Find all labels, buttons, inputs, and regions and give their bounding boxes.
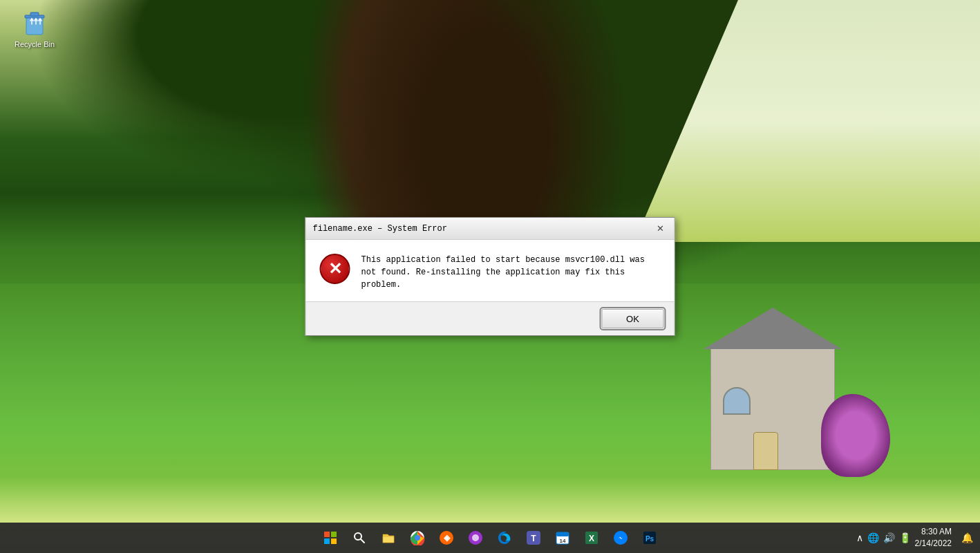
tray-volume[interactable]: 🔊 xyxy=(883,532,895,543)
svg-rect-4 xyxy=(331,532,337,537)
dialog-titlebar: filename.exe – System Error ✕ xyxy=(306,218,675,240)
tray-notification[interactable]: 🔔 xyxy=(961,532,973,543)
taskbar-icon-teams[interactable]: T xyxy=(521,525,546,550)
svg-text:◈: ◈ xyxy=(443,533,451,543)
dialog-close-button[interactable]: ✕ xyxy=(654,222,668,236)
svg-rect-5 xyxy=(324,538,330,544)
error-circle-icon: ✕ xyxy=(320,254,350,284)
dialog-body: ✕ This application failed to start becau… xyxy=(306,240,675,301)
svg-point-16 xyxy=(472,534,479,541)
error-dialog: filename.exe – System Error ✕ ✕ This app… xyxy=(305,217,675,336)
clock-time: 8:30 AM xyxy=(915,526,952,538)
tray-battery[interactable]: 🔋 xyxy=(899,532,911,543)
taskbar-icon-messenger[interactable] xyxy=(608,525,633,550)
house-roof xyxy=(704,308,842,349)
system-tray: ∧ 🌐 🔊 🔋 8:30 AM 2/14/2022 🔔 xyxy=(856,526,973,550)
svg-rect-2 xyxy=(30,12,39,16)
ok-button[interactable]: OK xyxy=(602,309,664,328)
taskbar-icon-file-explorer[interactable] xyxy=(376,525,401,550)
dialog-message: This application failed to start because… xyxy=(361,254,661,291)
taskbar-icon-app5[interactable]: ◈ xyxy=(434,525,459,550)
svg-point-12 xyxy=(415,535,420,541)
error-icon: ✕ xyxy=(320,254,350,284)
svg-rect-3 xyxy=(324,532,330,537)
taskbar-icon-excel[interactable]: X xyxy=(579,525,604,550)
house-window xyxy=(723,387,751,415)
svg-text:14: 14 xyxy=(560,538,566,544)
house-door xyxy=(753,432,778,470)
dialog-footer: OK xyxy=(306,301,675,335)
taskbar-center: ◈ T 14 xyxy=(318,525,662,550)
svg-text:X: X xyxy=(589,534,594,543)
taskbar-icon-edge[interactable] xyxy=(492,525,517,550)
recycle-bin-svg xyxy=(21,7,48,37)
taskbar-icon-app6[interactable] xyxy=(463,525,488,550)
clock-date: 2/14/2022 xyxy=(915,538,952,550)
taskbar: ◈ T 14 xyxy=(0,523,980,553)
taskbar-icon-chrome[interactable] xyxy=(405,525,430,550)
svg-line-8 xyxy=(361,539,364,543)
svg-rect-9 xyxy=(383,536,394,543)
tray-network[interactable]: 🌐 xyxy=(867,532,879,543)
svg-text:Ps: Ps xyxy=(646,535,654,543)
taskbar-icon-photoshop[interactable]: Ps xyxy=(637,525,662,550)
tray-chevron[interactable]: ∧ xyxy=(856,532,863,543)
dialog-title: filename.exe – System Error xyxy=(313,224,447,234)
taskbar-icon-calendar[interactable]: 14 xyxy=(550,525,575,550)
svg-text:T: T xyxy=(531,534,536,543)
recycle-bin-icon[interactable]: Recycle Bin xyxy=(10,7,59,48)
taskbar-icon-start[interactable] xyxy=(318,525,343,550)
taskbar-icon-search[interactable] xyxy=(347,525,372,550)
clock[interactable]: 8:30 AM 2/14/2022 xyxy=(915,526,952,550)
recycle-bin-label: Recycle Bin xyxy=(15,40,55,48)
svg-rect-6 xyxy=(331,538,337,544)
svg-rect-20 xyxy=(556,532,569,536)
